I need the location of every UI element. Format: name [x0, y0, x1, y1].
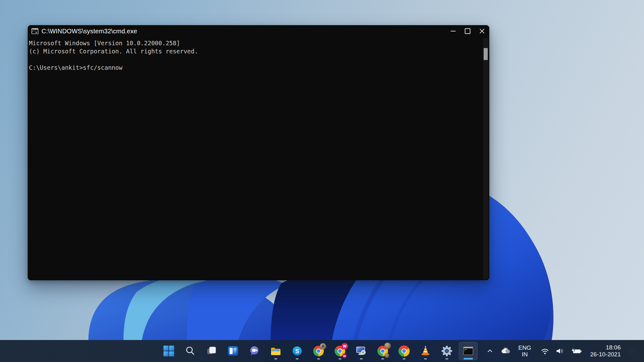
- vlc-icon: [419, 345, 431, 357]
- console-line: [29, 55, 482, 63]
- profile-badge: W: [342, 354, 347, 358]
- wifi-button[interactable]: [539, 343, 551, 359]
- close-icon: [479, 28, 485, 34]
- svg-text:S: S: [295, 348, 299, 354]
- svg-text:C:\: C:\: [32, 30, 37, 33]
- running-indicator: [339, 358, 341, 359]
- language-line2: IN: [517, 351, 533, 358]
- search-button[interactable]: [181, 342, 200, 360]
- window-controls: [446, 25, 489, 37]
- file-explorer-button[interactable]: [266, 342, 285, 360]
- tray-date: 26-10-2021: [590, 351, 621, 358]
- chrome-profile-w-button[interactable]: W W: [330, 342, 349, 360]
- scrollbar-thumb[interactable]: [484, 48, 488, 60]
- desktop: C:\ C:\WINDOWS\system32\cmd.exe Microsof…: [0, 0, 644, 362]
- running-indicator: [403, 358, 406, 359]
- tray-time: 18:06: [590, 344, 621, 351]
- chat-teams-icon: [248, 345, 260, 357]
- taskbar: S A: [0, 340, 644, 362]
- running-indicator: [296, 358, 299, 359]
- task-view-icon: [206, 345, 217, 357]
- task-view-button[interactable]: [202, 342, 221, 360]
- window-title: C:\WINDOWS\system32\cmd.exe: [42, 28, 137, 35]
- scrollbar[interactable]: [483, 38, 488, 279]
- running-indicator: [317, 358, 320, 359]
- skype-icon: S: [291, 345, 303, 357]
- maximize-button[interactable]: [460, 25, 475, 37]
- volume-button[interactable]: [554, 343, 566, 359]
- language-indicator[interactable]: ENG IN: [517, 343, 533, 359]
- file-explorer-icon: [270, 345, 282, 357]
- onedrive-cloud-icon: [501, 347, 511, 355]
- command-prompt-icon: [462, 345, 474, 357]
- remote-desktop-icon: [355, 345, 367, 357]
- running-indicator: [275, 358, 277, 359]
- minimize-button[interactable]: [446, 25, 460, 37]
- taskbar-center: S A: [159, 340, 478, 362]
- system-tray: ENG IN: [485, 340, 644, 362]
- tray-overflow-button[interactable]: [485, 343, 495, 359]
- chevron-up-icon: [486, 347, 494, 355]
- skype-button[interactable]: S: [288, 342, 307, 360]
- profile-photo-badge: [385, 353, 389, 358]
- vlc-button[interactable]: [416, 342, 435, 360]
- close-button[interactable]: [475, 25, 489, 37]
- running-indicator: [381, 358, 384, 359]
- minimize-icon: [451, 31, 456, 31]
- profile-photo-badge: [384, 343, 391, 349]
- widgets-icon: [227, 345, 239, 357]
- wifi-icon: [540, 347, 550, 355]
- chrome-profile-a-button[interactable]: A: [309, 342, 328, 360]
- console-line: Microsoft Windows [Version 10.0.22000.25…: [29, 39, 482, 47]
- console-output[interactable]: Microsoft Windows [Version 10.0.22000.25…: [28, 37, 482, 280]
- maximize-icon: [465, 28, 470, 34]
- cmd-icon: C:\: [31, 27, 39, 35]
- widgets-button[interactable]: [224, 342, 242, 360]
- speaker-icon: [555, 347, 565, 355]
- notification-badge[interactable]: 13: [625, 346, 640, 356]
- running-indicator: [360, 358, 363, 359]
- battery-button[interactable]: [570, 343, 583, 359]
- chrome-icon: [398, 345, 410, 357]
- chrome-profile-photos-button[interactable]: [373, 342, 392, 360]
- cmd-window: C:\ C:\WINDOWS\system32\cmd.exe Microsof…: [28, 25, 489, 280]
- clock[interactable]: 18:06 26-10-2021: [590, 344, 621, 358]
- windows-start-icon: [163, 345, 175, 357]
- language-line1: ENG: [517, 344, 533, 351]
- profile-badge: A: [320, 343, 326, 349]
- settings-button[interactable]: [437, 342, 456, 360]
- cmd-titlebar[interactable]: C:\ C:\WINDOWS\system32\cmd.exe: [28, 25, 489, 37]
- chat-button[interactable]: [245, 342, 264, 360]
- running-indicator: [446, 358, 448, 359]
- cmd-taskbar-button[interactable]: [459, 342, 478, 360]
- console-line: (c) Microsoft Corporation. All rights re…: [29, 47, 482, 55]
- search-icon: [185, 345, 196, 357]
- gear-icon: [441, 345, 453, 357]
- onedrive-button[interactable]: [499, 343, 513, 359]
- remote-desktop-button[interactable]: [352, 342, 371, 360]
- start-button[interactable]: [159, 342, 178, 360]
- running-indicator: [424, 358, 427, 359]
- battery-charging-icon: [571, 347, 583, 355]
- console-line prompt-line: C:\Users\ankit>sfc/scannow: [29, 63, 482, 72]
- running-indicator: [464, 358, 473, 359]
- profile-badge: W: [341, 343, 348, 349]
- chrome-button[interactable]: [395, 342, 414, 360]
